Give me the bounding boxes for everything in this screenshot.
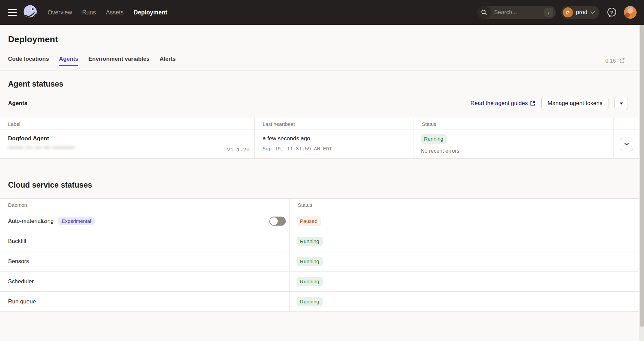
daemon-row-backfill: Backfill Running [0,231,639,251]
daemon-table-header: Daemon Status [0,199,639,211]
agents-controls-row: Agents Read the agent guides Manage agen… [8,97,628,110]
tab-environment-variables[interactable]: Environment variables [88,55,149,68]
daemon-status-badge: Running [297,237,323,246]
daemon-name: Backfill [8,238,26,245]
daemon-name: Auto-materializing [8,218,54,225]
chevron-down-icon [624,143,629,146]
dagster-logo-icon[interactable] [22,4,38,20]
refresh-icon[interactable] [619,58,625,64]
experimental-badge: Experimental [58,217,95,225]
refresh-countdown: 0:16 [605,58,616,64]
tab-code-locations[interactable]: Code locations [8,55,49,68]
main-content: Deployment Code locations Agents Environ… [0,34,639,312]
heartbeat-timestamp: Sep 19, 11:31:59 AM EDT [263,146,332,152]
daemon-name: Scheduler [8,278,34,285]
daemon-name: Sensors [8,258,29,265]
deployment-name: prod [576,9,587,16]
user-avatar[interactable] [624,6,637,19]
navbar-right-cluster: Search... / P prod ? [477,0,644,25]
column-header-daemon: Daemon [0,199,290,211]
agent-version: v1.1.20 [227,147,250,153]
vertical-scrollbar[interactable] [639,25,644,341]
heartbeat-relative-time: a few seconds ago [263,135,310,142]
column-header-status: Status [414,118,614,130]
daemon-name: Run queue [8,298,36,305]
manage-agent-tokens-button[interactable]: Manage agent tokens [541,97,608,110]
svg-text:?: ? [610,9,613,15]
primary-nav: Overview Runs Assets Deployment [48,9,167,16]
daemon-status-badge: Running [297,257,323,266]
page-title: Deployment [8,34,639,44]
cloud-service-statuses-heading: Cloud service statuses [8,180,639,190]
deployment-switcher[interactable]: P prod [561,6,599,19]
deployment-tabs-bar: Code locations Agents Environment variab… [0,55,639,70]
caret-down-icon [620,102,623,105]
column-header-actions [614,118,639,130]
agent-status-badge: Running [421,134,447,144]
daemon-status-badge: Running [297,277,323,286]
search-input[interactable]: Search... / [477,6,556,19]
daemon-row-scheduler: Scheduler Running [0,271,639,291]
agents-table: Label Last heartbeat Status Dogfood Agen… [0,118,639,159]
external-link-icon [530,101,535,106]
search-placeholder: Search... [494,9,544,16]
agent-row-expand-button[interactable] [620,138,633,151]
agents-table-header: Label Last heartbeat Status [0,118,639,130]
column-header-status: Status [290,199,639,211]
column-header-label: Label [0,118,255,130]
column-header-last-heartbeat: Last heartbeat [255,118,414,130]
auto-materializing-toggle[interactable] [269,216,286,226]
daemon-row-sensors: Sensors Running [0,251,639,271]
daemon-row-run-queue: Run queue Running [0,291,639,311]
top-navbar: Overview Runs Assets Deployment Search..… [0,0,644,25]
tab-alerts[interactable]: Alerts [160,55,176,68]
daemon-row-auto-materializing: Auto-materializing Experimental Paused [0,211,639,231]
agent-id-redacted: ●●●●●●● ●●● ●●● ●●● ●●●●●●●●●● [8,146,74,150]
tab-agents[interactable]: Agents [59,55,78,68]
nav-link-overview[interactable]: Overview [48,9,72,16]
nav-link-deployment[interactable]: Deployment [133,9,167,16]
deployment-avatar: P [563,7,573,17]
help-icon[interactable]: ? [606,7,617,18]
agent-name: Dogfood Agent [8,135,49,142]
daemon-status-badge: Running [297,297,323,306]
search-icon [477,6,491,19]
nav-link-runs[interactable]: Runs [82,9,96,16]
search-shortcut-key: / [544,8,553,17]
scrollbar-thumb[interactable] [640,25,644,327]
daemon-status-badge: Paused [297,216,321,226]
agent-guides-link-label: Read the agent guides [470,100,528,107]
agent-actions-dropdown-button[interactable] [614,97,628,110]
agent-guides-link[interactable]: Read the agent guides [470,100,535,107]
agent-statuses-heading: Agent statuses [8,79,639,89]
agents-subheading: Agents [8,100,28,107]
nav-link-assets[interactable]: Assets [106,9,124,16]
chevron-down-icon [590,11,595,14]
agent-status-detail: No recent errors [421,148,460,154]
cloud-services-table: Daemon Status Auto-materializing Experim… [0,198,639,312]
agent-row: Dogfood Agent ●●●●●●● ●●● ●●● ●●● ●●●●●●… [0,130,639,158]
hamburger-menu-icon[interactable] [8,9,17,16]
